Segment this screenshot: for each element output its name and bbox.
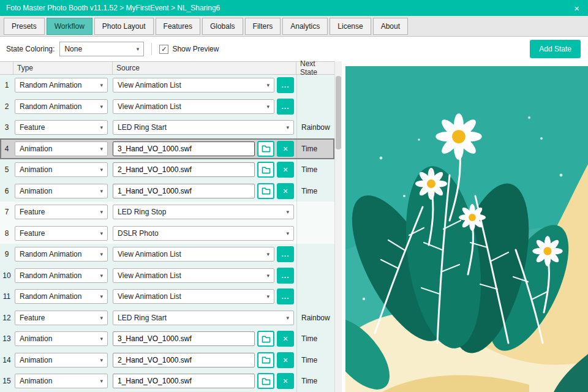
table-row[interactable]: 9Random Animation▾View Animation List▾..…	[0, 244, 334, 265]
browse-folder-button[interactable]	[257, 141, 274, 157]
clear-button[interactable]: ×	[277, 183, 294, 199]
source-file-input[interactable]	[113, 331, 255, 346]
clear-button[interactable]: ×	[277, 352, 294, 368]
tab-features[interactable]: Features	[156, 18, 200, 35]
type-dropdown[interactable]: Random Animation▾	[15, 247, 108, 262]
tab-filters[interactable]: Filters	[245, 18, 281, 35]
type-dropdown[interactable]: Random Animation▾	[15, 268, 108, 283]
browse-folder-button[interactable]	[257, 162, 274, 178]
type-dropdown[interactable]: Random Animation▾	[15, 289, 108, 304]
source-file-input[interactable]	[113, 162, 255, 177]
source-dropdown[interactable]: LED Ring Start▾	[113, 120, 294, 135]
main-area: Type Source Next State 1Random Animation…	[0, 61, 588, 392]
tab-globals[interactable]: Globals	[202, 18, 243, 35]
table-row[interactable]: 13Animation▾×Time	[0, 328, 334, 350]
source-dropdown[interactable]: LED Ring Start▾	[113, 311, 294, 325]
type-dropdown[interactable]: Feature▾	[15, 311, 108, 325]
tab-license[interactable]: License	[330, 18, 371, 35]
clear-button[interactable]: ×	[277, 162, 294, 178]
table-row[interactable]: 5Animation▾×Time	[0, 159, 334, 181]
type-dropdown-value: Feature	[20, 123, 45, 132]
type-dropdown[interactable]: Animation▾	[15, 184, 108, 198]
source-file-input[interactable]	[113, 353, 255, 368]
table-row[interactable]: 12Feature▾LED Ring Start▾Rainbow	[0, 307, 334, 329]
show-preview-label: Show Preview	[172, 45, 219, 53]
chevron-down-icon: ▾	[264, 273, 270, 279]
type-dropdown[interactable]: Feature▾	[15, 226, 108, 241]
folder-icon	[262, 187, 271, 195]
type-dropdown[interactable]: Random Animation▾	[15, 99, 108, 114]
tab-photo-layout[interactable]: Photo Layout	[94, 18, 154, 35]
show-preview-checkbox[interactable]: ✓	[159, 45, 168, 54]
source-dropdown[interactable]: View Animation List▾	[113, 268, 274, 283]
add-state-button[interactable]: Add State	[530, 40, 581, 58]
type-dropdown[interactable]: Animation▾	[15, 374, 108, 388]
table-row[interactable]: 6Animation▾×Time	[0, 181, 334, 202]
next-state-value	[296, 265, 334, 287]
table-row[interactable]: 3Feature▾LED Ring Start▾Rainbow	[0, 117, 334, 138]
chevron-down-icon: ▾	[284, 209, 289, 215]
clear-button[interactable]: ×	[277, 141, 294, 157]
source-file-input[interactable]	[113, 184, 255, 198]
type-dropdown[interactable]: Random Animation▾	[15, 78, 108, 92]
table-row[interactable]: 8Feature▾DSLR Photo▾	[0, 223, 334, 244]
type-dropdown[interactable]: Animation▾	[15, 141, 108, 156]
table-row[interactable]: 15Animation▾×Time	[0, 371, 334, 392]
chevron-down-icon: ▾	[97, 230, 103, 236]
more-options-button[interactable]: ...	[277, 246, 294, 262]
type-dropdown-value: Random Animation	[20, 102, 81, 111]
type-dropdown[interactable]: Animation▾	[15, 353, 108, 368]
more-options-button[interactable]: ...	[277, 268, 294, 284]
tab-bar: PresetsWorkflowPhoto LayoutFeaturesGloba…	[0, 16, 588, 37]
state-coloring-select[interactable]: None ▾	[59, 42, 144, 56]
row-number: 10	[0, 271, 13, 280]
browse-folder-button[interactable]	[257, 183, 274, 199]
source-dropdown[interactable]: View Animation List▾	[113, 99, 274, 114]
next-state-value	[296, 96, 334, 118]
next-state-value	[296, 223, 334, 244]
source-dropdown-value: LED Ring Start	[118, 314, 167, 322]
clear-button[interactable]: ×	[277, 373, 294, 389]
table-row[interactable]: 14Animation▾×Time	[0, 350, 334, 371]
source-dropdown[interactable]: DSLR Photo▾	[113, 226, 294, 241]
type-dropdown[interactable]: Animation▾	[15, 162, 108, 177]
scrollbar-thumb[interactable]	[336, 76, 341, 149]
type-dropdown-value: Animation	[20, 187, 52, 195]
type-dropdown[interactable]: Feature▾	[15, 120, 108, 135]
chevron-down-icon: ▾	[97, 357, 103, 363]
source-dropdown[interactable]: LED Ring Stop▾	[113, 205, 294, 219]
browse-folder-button[interactable]	[257, 331, 274, 347]
table-row[interactable]: 11Random Animation▾View Animation List▾.…	[0, 286, 334, 307]
tab-workflow[interactable]: Workflow	[47, 18, 92, 35]
row-number: 11	[0, 292, 13, 301]
type-dropdown[interactable]: Feature▾	[15, 205, 108, 219]
table-row[interactable]: 1Random Animation▾View Animation List▾..…	[0, 75, 334, 96]
chevron-down-icon: ▾	[97, 146, 103, 152]
clear-button[interactable]: ×	[277, 331, 294, 347]
row-number: 3	[0, 123, 13, 132]
source-file-input[interactable]	[113, 374, 255, 388]
tab-analytics[interactable]: Analytics	[282, 18, 328, 35]
source-file-input[interactable]	[113, 141, 255, 156]
type-dropdown-value: Animation	[20, 145, 52, 153]
browse-folder-button[interactable]	[257, 352, 274, 368]
more-options-button[interactable]: ...	[277, 288, 294, 304]
table-row[interactable]: 4Animation▾×Time	[0, 138, 334, 160]
more-options-button[interactable]: ...	[277, 99, 294, 115]
more-options-button[interactable]: ...	[277, 77, 294, 93]
source-dropdown[interactable]: View Animation List▾	[113, 289, 274, 304]
close-icon[interactable]: ×	[574, 4, 579, 13]
tab-about[interactable]: About	[373, 18, 408, 35]
table-row[interactable]: 10Random Animation▾View Animation List▾.…	[0, 265, 334, 287]
row-number: 13	[0, 334, 13, 343]
table-row[interactable]: 2Random Animation▾View Animation List▾..…	[0, 96, 334, 118]
row-number: 15	[0, 377, 13, 385]
tab-presets[interactable]: Presets	[4, 18, 45, 35]
source-dropdown[interactable]: View Animation List▾	[113, 247, 274, 262]
source-dropdown-value: View Animation List	[118, 81, 181, 89]
browse-folder-button[interactable]	[257, 373, 274, 389]
table-row[interactable]: 7Feature▾LED Ring Stop▾	[0, 202, 334, 223]
type-dropdown[interactable]: Animation▾	[15, 331, 108, 346]
source-dropdown[interactable]: View Animation List▾	[113, 78, 274, 92]
vertical-scrollbar[interactable]	[334, 61, 342, 392]
